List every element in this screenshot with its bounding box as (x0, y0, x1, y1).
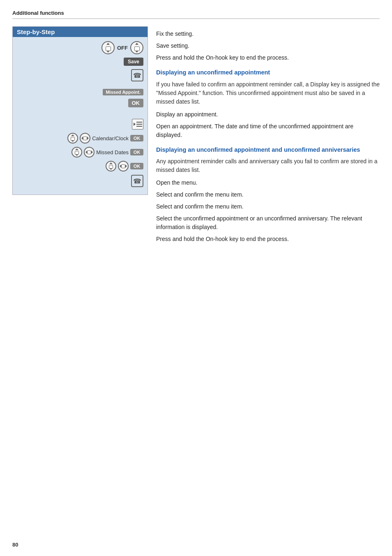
nav-icon-cal-1 (67, 133, 78, 144)
cal-clock-desc: Select and confirm the menu item. (156, 190, 380, 199)
section2-heading: Displaying an unconfirmed appointment an… (156, 146, 380, 154)
missed-appoint-desc: Display an appointment. (156, 110, 380, 119)
fix-setting-text: Fix the setting. (156, 30, 380, 38)
missed-dates-desc: Select and confirm the menu item. (156, 202, 380, 211)
onhook-icon (131, 69, 143, 81)
save-setting-text: Save setting. (156, 42, 380, 50)
nav-icon-md-1 (71, 147, 82, 158)
missed-appoint-key: Missed Appoint. (103, 89, 143, 95)
section1-block: Displaying an unconfirmed appointment If… (156, 69, 380, 139)
menu-icon (132, 119, 143, 130)
menu-desc: Open the menu. (156, 178, 380, 187)
nav-nav-ok-desc: Select the unconfirmed appointment or an… (156, 214, 380, 232)
end-process-1-text: Press and hold the On-hook key to end th… (156, 53, 380, 62)
step-by-step-panel: Step-by-Step OFF (12, 26, 148, 247)
nav-icon-final-2 (118, 161, 129, 171)
ok-button-1: OK (128, 99, 144, 107)
nav-icon-cal-2 (80, 133, 90, 144)
ok1-desc: Open an appointment. The date and time o… (156, 122, 380, 139)
ok-button-2: OK (130, 135, 143, 141)
page-number: 80 (12, 542, 18, 548)
ok-button-3: OK (130, 149, 143, 155)
onhook-icon-2 (131, 175, 143, 187)
section-header: Additional functions (12, 10, 380, 19)
nav-up-icon (101, 41, 115, 54)
step-by-step-title: Step-by-Step (13, 27, 148, 37)
section1-body: If you have failed to confirm an appoint… (156, 80, 380, 106)
off-label: OFF (117, 45, 128, 51)
ok-button-4: OK (130, 163, 143, 169)
calendar-clock-label: Calendar/Clock (92, 135, 129, 141)
save-button-icon: Save (124, 58, 143, 66)
section2-body: Any appointment reminder calls and anniv… (156, 157, 380, 174)
nav-icon-md-2 (84, 147, 95, 158)
end-process-2-text: Press and hold the On-hook key to end th… (156, 235, 380, 243)
missed-dates-label: Missed Dates (96, 149, 129, 155)
nav-icon-final-1 (106, 161, 116, 171)
right-panel: Fix the setting. Save setting. Press and… (148, 26, 380, 247)
nav-down-icon (130, 41, 143, 54)
section2-block: Displaying an unconfirmed appointment an… (156, 146, 380, 244)
section1-heading: Displaying an unconfirmed appointment (156, 69, 380, 77)
